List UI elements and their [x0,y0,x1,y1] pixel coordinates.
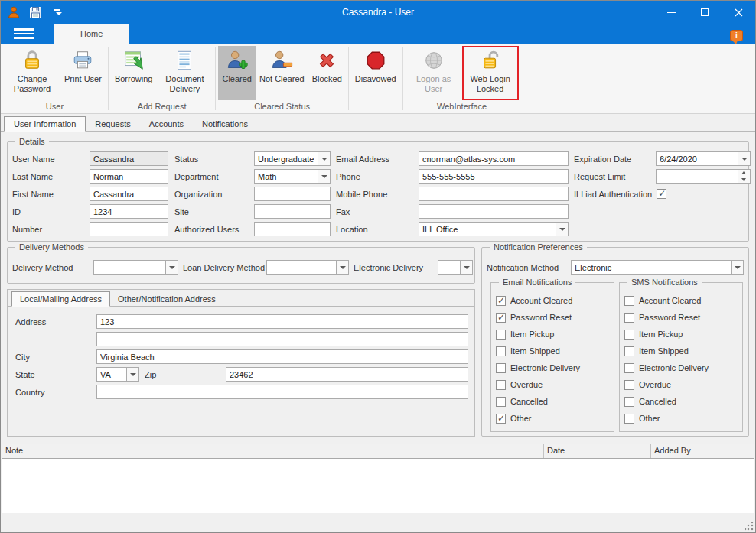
lock-open-icon [478,48,503,73]
email-cancelled-checkbox[interactable] [496,397,506,407]
notes-column-note[interactable]: Note [2,444,544,458]
email-password-reset-checkbox[interactable] [496,313,506,323]
resize-grip[interactable] [745,522,754,531]
save-icon[interactable] [28,5,42,19]
notes-body[interactable] [2,459,754,513]
spinner-arrows[interactable] [738,169,751,184]
address-body: Address City State [8,307,474,399]
city-label: City [15,353,96,362]
loan-delivery-method-combo[interactable] [266,260,349,275]
ribbon-group-webinterface: Logon as User Web Login Locked WebInterf… [404,45,520,113]
sms-account-cleared-checkbox[interactable] [624,296,634,306]
cleared-button[interactable]: Cleared [218,46,256,100]
close-button[interactable] [722,1,755,24]
tab-notifications[interactable]: Notifications [193,117,257,131]
email-overdue-checkbox[interactable] [496,380,506,390]
notes-column-added-by[interactable]: Added By [651,444,754,458]
delivery-method-combo[interactable] [93,260,178,275]
sms-item-shipped-checkbox[interactable] [624,346,634,356]
user-icon[interactable] [7,5,21,19]
button-label: Print User [64,74,102,84]
sms-overdue-checkbox[interactable] [624,380,634,390]
zip-label: Zip [139,370,226,379]
checkbox-row: Overdue [496,376,614,393]
location-label: Location [331,225,419,234]
id-label: ID [12,207,90,216]
hamburger-menu-icon[interactable] [1,24,47,44]
help-icon[interactable]: i [730,30,743,41]
dropdown-arrow-icon[interactable] [126,367,139,382]
site-label: Site [168,207,254,216]
groupbox-legend: Notification Preferences [490,242,587,252]
window-title: Cassandra - User [342,7,414,18]
dropdown-arrow-icon[interactable] [318,169,331,184]
city-field[interactable] [96,349,468,364]
dropdown-arrow-icon[interactable] [731,260,744,275]
ribbon-tab-row: Home i [1,24,755,44]
last-name-field[interactable] [90,169,168,184]
tab-local-mailing-address[interactable]: Local/Mailing Address [11,291,110,307]
illiad-authentication-checkbox[interactable] [657,189,666,199]
status-combo[interactable] [254,151,331,166]
user-name-field[interactable] [90,151,168,166]
borrowing-button[interactable]: Borrowing [111,46,157,100]
state-combo[interactable] [96,367,139,382]
email-field[interactable] [419,151,569,166]
blocked-button[interactable]: Blocked [308,46,346,100]
ribbon-tab-home[interactable]: Home [54,24,129,44]
dropdown-arrow-icon[interactable] [336,260,349,275]
id-field[interactable] [90,204,168,219]
status-bar [1,518,755,532]
qat-dropdown-icon[interactable] [50,5,64,19]
email-account-cleared-checkbox[interactable] [496,296,506,306]
maximize-button[interactable] [688,1,722,24]
quick-access-toolbar [1,5,64,19]
tab-requests[interactable]: Requests [86,117,139,131]
sms-electronic-delivery-checkbox[interactable] [624,363,634,373]
disavowed-button[interactable]: Disavowed [351,46,400,100]
sms-cancelled-checkbox[interactable] [624,397,634,407]
dropdown-arrow-icon[interactable] [738,151,751,166]
country-field[interactable] [96,385,468,399]
not-cleared-button[interactable]: Not Cleared [256,46,308,100]
department-combo[interactable] [254,169,331,184]
change-password-button[interactable]: Change Password [4,46,60,100]
minimize-button[interactable] [654,1,688,24]
sms-other-checkbox[interactable] [624,414,634,424]
number-field[interactable] [90,222,168,236]
fax-field[interactable] [419,204,569,219]
organization-field[interactable] [254,187,331,201]
notes-column-date[interactable]: Date [544,444,651,458]
email-item-shipped-checkbox[interactable] [496,346,506,356]
sms-password-reset-checkbox[interactable] [624,313,634,323]
notification-method-combo[interactable] [571,260,744,275]
ribbon-separator [348,47,349,110]
request-limit-spinner[interactable] [656,169,751,184]
dropdown-arrow-icon[interactable] [556,222,569,236]
location-combo[interactable] [419,222,569,236]
zip-field[interactable] [226,367,468,382]
print-user-button[interactable]: Print User [60,46,106,100]
sms-item-pickup-checkbox[interactable] [624,330,634,340]
web-login-locked-button[interactable]: Web Login Locked [462,46,519,100]
email-electronic-delivery-checkbox[interactable] [496,363,506,373]
email-item-pickup-checkbox[interactable] [496,330,506,340]
tab-other-notification-address[interactable]: Other/Notification Address [110,292,223,306]
dropdown-arrow-icon[interactable] [460,260,473,275]
expiration-date-combo[interactable] [656,151,751,166]
email-other-checkbox[interactable] [496,414,506,424]
dropdown-arrow-icon[interactable] [165,260,178,275]
address2-field[interactable] [96,332,468,346]
tab-user-information[interactable]: User Information [4,116,86,132]
authorized-users-field[interactable] [254,222,331,236]
address-panel: Local/Mailing Address Other/Notification… [7,289,475,437]
address-field[interactable] [96,314,468,329]
site-field[interactable] [254,204,331,219]
document-delivery-button[interactable]: Document Delivery [156,46,213,100]
tab-accounts[interactable]: Accounts [140,117,193,131]
phone-field[interactable] [419,169,569,184]
first-name-field[interactable] [90,187,168,201]
mobile-phone-field[interactable] [419,187,569,201]
dropdown-arrow-icon[interactable] [318,151,331,166]
electronic-delivery-combo[interactable] [438,260,473,275]
